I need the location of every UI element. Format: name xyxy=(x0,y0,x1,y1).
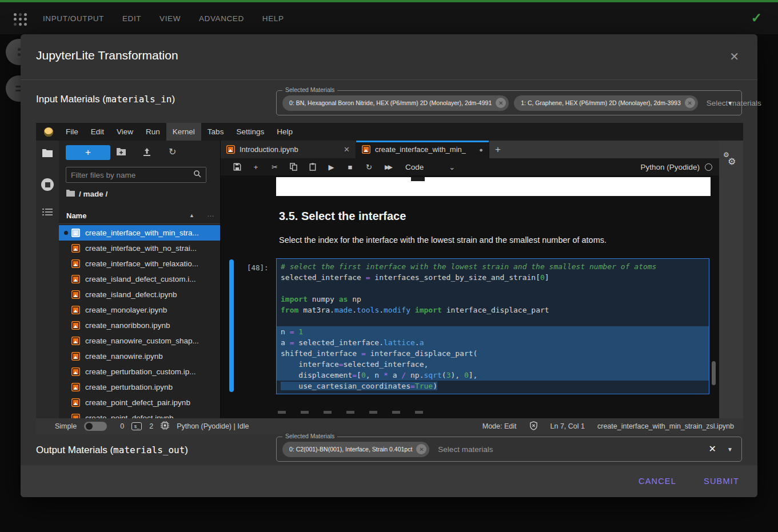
ellipsis-icon[interactable]: … xyxy=(207,210,214,218)
app-dots-logo-icon[interactable] xyxy=(14,13,27,26)
code-editor[interactable]: # select the first interface with the lo… xyxy=(276,258,709,394)
file-item[interactable]: create_interface_with_no_strai... xyxy=(59,241,220,256)
cell-collapser[interactable] xyxy=(229,259,234,392)
right-sidebar-gutter: ⚙ ⚙ xyxy=(719,141,743,418)
cpu-icon[interactable] xyxy=(161,421,169,431)
code-line[interactable]: displacement=[0, n * a / np.sqrt(3), 0], xyxy=(277,370,709,381)
mode-indicator[interactable]: Mode: Edit xyxy=(482,422,517,430)
breadcrumb[interactable]: / made / xyxy=(66,190,107,198)
code-line[interactable]: a = selected_interface.lattice.a xyxy=(277,337,709,348)
add-tab-button[interactable]: + xyxy=(489,141,506,158)
file-item[interactable]: create_island_defect_custom.i... xyxy=(59,271,220,287)
output-select-placeholder[interactable]: Select materials xyxy=(438,445,493,454)
code-line[interactable] xyxy=(277,315,709,326)
file-filter-input[interactable] xyxy=(71,171,193,179)
jupyter-menu-help[interactable]: Help xyxy=(270,123,299,141)
clear-all-icon[interactable]: ✕ xyxy=(709,443,716,454)
cancel-button[interactable]: CANCEL xyxy=(639,477,676,486)
save-icon[interactable] xyxy=(228,163,246,171)
material-chip[interactable]: 1: C, Graphene, HEX (P6/mmm) 2D (Monolay… xyxy=(514,95,698,111)
kernel-status-icon[interactable] xyxy=(705,163,712,171)
file-item[interactable]: create_nanowire_custom_shap... xyxy=(59,333,220,349)
file-item[interactable]: create_point_defect.ipynb xyxy=(59,410,220,418)
new-launcher-button[interactable]: + xyxy=(66,145,110,160)
topbar-menu-edit[interactable]: EDIT xyxy=(122,14,141,23)
stop-kernel-icon[interactable]: ■ xyxy=(341,163,360,171)
gear-icon[interactable]: ⚙ xyxy=(728,156,736,167)
file-item[interactable]: create_island_defect.ipynb xyxy=(59,287,220,302)
trust-shield-icon[interactable] xyxy=(529,421,538,432)
code-line[interactable]: selected_interface = interfaces_sorted_b… xyxy=(277,272,709,283)
paste-cells-icon[interactable] xyxy=(303,163,322,171)
new-folder-icon[interactable] xyxy=(116,147,126,158)
run-cell-icon[interactable]: ▶ xyxy=(322,163,341,171)
refresh-icon[interactable]: ↻ xyxy=(169,146,176,157)
topbar-menu-input-output[interactable]: INPUT/OUTPUT xyxy=(43,14,104,23)
chevron-down-icon[interactable]: ▼ xyxy=(727,100,733,106)
file-list-header[interactable]: Name ▲ … xyxy=(59,209,220,224)
topbar-menu-help[interactable]: HELP xyxy=(262,14,284,23)
code-line[interactable]: from mat3ra.made.tools.modify import int… xyxy=(277,305,709,315)
check-icon[interactable]: ✓ xyxy=(751,10,762,26)
jupyter-menu-kernel[interactable]: Kernel xyxy=(166,123,201,141)
running-kernels-icon[interactable] xyxy=(41,178,54,191)
statusbar-filename[interactable]: create_interface_with_min_strain_zsl.ipy… xyxy=(597,422,734,430)
add-cell-icon[interactable]: + xyxy=(246,163,265,171)
file-item[interactable]: create_perturbation.ipynb xyxy=(59,379,220,395)
code-line[interactable]: shifted_interface = interface_displace_p… xyxy=(277,348,709,359)
chevron-down-icon[interactable]: ▼ xyxy=(727,446,733,453)
table-of-contents-icon[interactable] xyxy=(42,208,53,218)
search-icon[interactable] xyxy=(193,170,201,180)
input-material-chips: 0: BN, Hexagonal Boron Nitride, HEX (P6/… xyxy=(282,95,698,111)
jupyter-menu-view[interactable]: View xyxy=(110,123,139,141)
file-item[interactable]: create_nanowire.ipynb xyxy=(59,349,220,364)
code-line[interactable]: interface=selected_interface, xyxy=(277,359,709,370)
jupyter-menu-run[interactable]: Run xyxy=(139,123,166,141)
file-item[interactable]: create_interface_with_min_stra... xyxy=(59,225,220,241)
cursor-position[interactable]: Ln 7, Col 1 xyxy=(550,422,585,430)
file-item[interactable]: create_monolayer.ipynb xyxy=(59,302,220,318)
jupyter-menu-tabs[interactable]: Tabs xyxy=(201,123,230,141)
material-chip[interactable]: 0: BN, Hexagonal Boron Nitride, HEX (P6/… xyxy=(282,95,509,111)
submit-button[interactable]: SUBMIT xyxy=(704,477,739,486)
restart-kernel-icon[interactable]: ↻ xyxy=(360,163,378,171)
notebook-scrollbar[interactable] xyxy=(712,361,716,385)
sort-asc-icon[interactable]: ▲ xyxy=(189,213,194,218)
tab-create-interface-with-min[interactable]: create_interface_with_min_ ● xyxy=(356,141,489,158)
simple-mode-toggle[interactable] xyxy=(84,422,107,431)
input-select-placeholder[interactable]: Select materials xyxy=(707,99,761,107)
file-browser-icon[interactable] xyxy=(42,149,53,160)
cell-type-select[interactable]: Code xyxy=(405,163,424,171)
code-line[interactable]: import numpy as np xyxy=(277,294,709,305)
jupyter-menu-file[interactable]: File xyxy=(59,123,85,141)
chip-remove-icon[interactable]: ✕ xyxy=(685,98,695,108)
code-line[interactable] xyxy=(277,283,709,294)
notebook-file-icon xyxy=(71,259,80,268)
file-item[interactable]: create_point_defect_pair.ipynb xyxy=(59,395,220,410)
input-materials-select[interactable]: Selected Materials 0: BN, Hexagonal Boro… xyxy=(276,90,742,115)
terminal-icon[interactable]: $_ xyxy=(131,422,142,430)
topbar-menu-advanced[interactable]: ADVANCED xyxy=(199,14,244,23)
restart-run-all-icon[interactable]: ▶▶ xyxy=(378,163,397,171)
topbar-menu-view[interactable]: VIEW xyxy=(159,14,181,23)
code-line[interactable]: n = 1 xyxy=(277,326,709,337)
jupyter-menu-edit[interactable]: Edit xyxy=(85,123,110,141)
tab-introduction[interactable]: Introduction.ipynb ✕ xyxy=(221,141,356,158)
file-item[interactable]: create_perturbation_custom.ip... xyxy=(59,364,220,379)
code-line[interactable]: use_cartesian_coordinates=True) xyxy=(277,381,709,391)
close-icon[interactable]: ✕ xyxy=(344,145,350,154)
chip-remove-icon[interactable]: ✕ xyxy=(496,98,506,108)
copy-cells-icon[interactable] xyxy=(284,163,303,171)
chevron-down-icon[interactable]: ⌄ xyxy=(449,163,455,171)
cut-cells-icon[interactable]: ✂ xyxy=(265,163,284,171)
code-line[interactable]: # select the first interface with the lo… xyxy=(277,261,709,272)
file-item[interactable]: create_interface_with_relaxatio... xyxy=(59,256,220,271)
material-chip[interactable]: 0: C2(001)-BN(001), Interface, Strain 0.… xyxy=(282,442,429,457)
kernel-status-text[interactable]: Python (Pyodide) | Idle xyxy=(177,422,249,430)
output-materials-select[interactable]: Selected Materials 0: C2(001)-BN(001), I… xyxy=(276,437,742,462)
jupyter-menu-settings[interactable]: Settings xyxy=(230,123,270,141)
file-item[interactable]: create_nanoribbon.ipynb xyxy=(59,318,220,333)
chip-remove-icon[interactable]: ✕ xyxy=(416,444,426,454)
close-icon[interactable]: ✕ xyxy=(729,50,739,63)
upload-icon[interactable] xyxy=(142,147,151,159)
